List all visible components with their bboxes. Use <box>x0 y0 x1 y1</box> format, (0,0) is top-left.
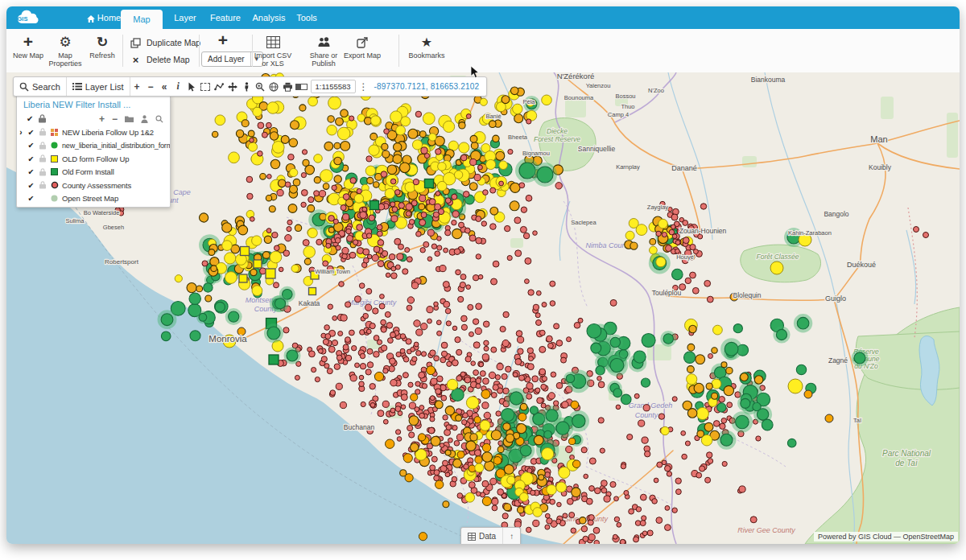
yellow-square-symbol <box>48 155 60 163</box>
map-label: Sulima <box>66 217 85 224</box>
zoom-in-icon[interactable]: + <box>130 77 144 96</box>
layer-row[interactable]: ✔ OLD form Follow Up <box>17 152 170 166</box>
expand-chevron-icon[interactable]: › <box>17 128 25 137</box>
info-icon[interactable]: i <box>171 77 185 96</box>
map-label: N'Zérékoré <box>557 72 595 80</box>
select-box-icon[interactable] <box>199 77 213 96</box>
layer-row[interactable]: ✔ new_liberia_initial_distribution_form_… <box>17 139 170 153</box>
map-name-link[interactable]: Liberia NEW Filter Install ... <box>17 96 170 112</box>
map-label: Zouan-Hounien <box>679 227 727 235</box>
lock-icon[interactable] <box>37 168 48 176</box>
star-icon: ★ <box>421 35 432 50</box>
more-options-icon[interactable]: ⋮ <box>356 81 372 93</box>
green-dot-symbol <box>48 142 60 149</box>
duplicate-icon <box>130 38 141 48</box>
check-icon[interactable]: ✔ <box>25 128 37 137</box>
check-icon[interactable]: ✔ <box>25 181 37 190</box>
map-attribution[interactable]: Powered by GIS Cloud — OpenStreetMap <box>814 532 958 541</box>
map-label: Diecke <box>547 127 568 135</box>
ribbon-divider <box>199 35 200 67</box>
map-label: Taï <box>853 417 862 424</box>
people-icon <box>317 36 331 47</box>
nav-tab-feature[interactable]: Feature <box>204 6 246 29</box>
gis-cloud-logo[interactable]: GIS <box>14 9 42 30</box>
previous-extent-icon[interactable]: « <box>158 77 171 96</box>
person-icon[interactable] <box>141 115 148 123</box>
new-map-button[interactable]: + New Map <box>10 32 47 60</box>
lock-icon[interactable] <box>37 154 48 163</box>
ribbon-divider <box>252 35 253 67</box>
street-view-icon[interactable] <box>240 77 254 96</box>
layer-row[interactable]: ✔ Old Form Install <box>17 166 170 179</box>
nav-tab-layer[interactable]: Layer <box>169 6 201 29</box>
check-all-icon[interactable]: ✔ <box>27 114 33 123</box>
search-button[interactable]: Search <box>14 77 66 96</box>
layer-row[interactable]: ✔ County Assessments <box>17 179 170 192</box>
grid-icon <box>468 533 476 541</box>
pan-icon[interactable] <box>226 77 240 96</box>
map-properties-button[interactable]: ⚙ Map Properties <box>47 32 84 68</box>
lock-icon[interactable] <box>37 128 48 136</box>
map-label: Houyé <box>676 253 694 261</box>
map-label: Saclepea <box>571 219 597 226</box>
layer-list-panel: Liberia NEW Filter Install ... ✔ + − › ✔… <box>16 95 171 208</box>
scale-input[interactable] <box>311 80 356 93</box>
data-grid-button[interactable]: Data <box>461 528 502 544</box>
osm-symbol <box>48 195 60 202</box>
select-cursor-icon[interactable] <box>185 77 199 96</box>
nav-tab-map[interactable]: Map <box>121 10 163 29</box>
duplicate-map-button[interactable]: Duplicate Map <box>130 36 200 49</box>
layer-list-button[interactable]: Layer List <box>67 77 130 96</box>
lock-all-icon[interactable] <box>39 114 46 123</box>
zoom-box-icon[interactable] <box>254 77 267 96</box>
ribbon-divider <box>122 35 123 67</box>
check-icon[interactable]: ✔ <box>25 141 37 150</box>
nav-tab-analysis[interactable]: Analysis <box>248 6 290 29</box>
remove-layer-icon[interactable]: − <box>112 113 118 125</box>
ribbon-toolbar: + New Map ⚙ Map Properties ↻ Refresh Dup… <box>6 29 960 73</box>
zoom-layer-icon[interactable] <box>155 115 163 123</box>
layer-row[interactable]: › ✔ NEW Liberia Follow Up 1&2 <box>17 126 170 139</box>
lock-icon[interactable] <box>37 142 48 150</box>
refresh-icon: ↻ <box>97 34 108 51</box>
map-label: Bheeta <box>508 134 528 141</box>
check-icon[interactable]: ✔ <box>25 167 37 176</box>
folder-icon[interactable] <box>125 115 134 122</box>
map-label: N'Zoo <box>648 87 664 94</box>
layer-row[interactable]: ✔ Open Street Map <box>17 192 170 208</box>
check-icon[interactable]: ✔ <box>25 154 37 163</box>
green-square-symbol <box>48 168 60 175</box>
nav-home[interactable]: Home <box>85 6 122 29</box>
map-label: County <box>635 411 658 419</box>
nav-tab-tools[interactable]: Tools <box>291 6 322 29</box>
map-label: William Town <box>315 268 350 275</box>
check-icon[interactable]: ✔ <box>25 194 37 203</box>
map-label: de Taï <box>895 459 919 467</box>
data-panel-tab: Data ↑ <box>460 527 521 544</box>
map-toolbar: Search Layer List + − « i ⋮ -897370.7121… <box>13 76 487 97</box>
map-label: Blolequin <box>733 291 762 299</box>
import-csv-button[interactable]: Import CSV or XLS <box>254 32 292 68</box>
share-publish-button[interactable]: Share or Publish <box>303 32 345 68</box>
delete-icon: × <box>130 54 141 66</box>
bookmarks-button[interactable]: ★ Bookmarks <box>406 32 448 60</box>
zoom-out-icon[interactable]: − <box>144 77 158 96</box>
lock-icon[interactable] <box>37 181 48 189</box>
map-label: Guiglo <box>825 294 846 303</box>
export-map-button[interactable]: Export Map <box>341 32 383 60</box>
scale-bar-icon[interactable] <box>295 77 308 96</box>
expand-data-panel-button[interactable]: ↑ <box>503 528 520 544</box>
print-icon[interactable] <box>281 77 295 96</box>
measure-icon[interactable] <box>213 77 226 96</box>
map-label: Parc National <box>882 449 931 458</box>
coordinates-display: -897370.7121, 816653.2102 <box>372 82 487 91</box>
refresh-button[interactable]: ↻ Refresh <box>84 32 121 60</box>
full-extent-icon[interactable] <box>267 77 281 96</box>
add-layer-icon[interactable]: + <box>99 113 105 125</box>
delete-map-button[interactable]: × Delete Map <box>130 53 190 66</box>
map-label: Banié <box>485 113 501 120</box>
map-label: Gbeseh <box>103 224 124 231</box>
map-label: Danané <box>671 164 697 172</box>
map-canvas[interactable]: Gbarpolu CountyMontserradoCountyMargibi … <box>6 72 960 544</box>
search-icon <box>19 82 29 92</box>
